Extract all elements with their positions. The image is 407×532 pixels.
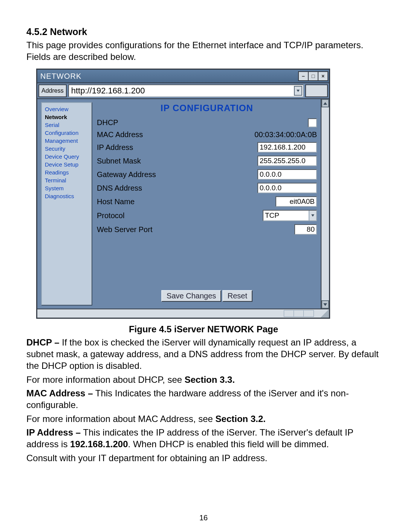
figure-caption: Figure 4.5 iServer NETWORK Page [26, 324, 381, 335]
label-mac: MAC Address [96, 129, 225, 141]
page-number: 16 [0, 514, 407, 522]
select-protocol-value: TCP [263, 211, 309, 220]
label-dhcp: DHCP [96, 116, 225, 129]
sidebar-item-serial[interactable]: Serial [45, 121, 89, 129]
reset-button[interactable]: Reset [222, 290, 252, 302]
para-dhcp-more: For more information about DHCP, see Sec… [26, 374, 381, 386]
para-mac-more: For more information about MAC Address, … [26, 413, 381, 425]
save-button[interactable]: Save Changes [161, 290, 221, 302]
para-mac: MAC Address – This Indicates the hardwar… [26, 388, 381, 411]
content-area: IP CONFIGURATION DHCP MAC Address 00:03:… [96, 102, 318, 306]
para-consult: Consult with your IT department for obta… [26, 453, 381, 464]
label-hostname: Host Name [96, 195, 225, 208]
window-close-button[interactable]: × [318, 71, 328, 81]
sidebar-item-configuration[interactable]: Configuration [45, 129, 89, 137]
close-icon: × [321, 73, 324, 79]
label-ip: IP Address [96, 141, 225, 154]
input-hostname[interactable] [275, 196, 317, 207]
window-title: NETWORK [40, 72, 299, 81]
sidebar: Overview Network Serial Configuration Ma… [41, 102, 92, 306]
label-dns: DNS Address [96, 181, 225, 195]
value-mac: 00:03:34:00:0A:0B [254, 130, 317, 139]
minimize-icon: – [302, 73, 305, 79]
sidebar-item-diagnostics[interactable]: Diagnostics [45, 192, 89, 200]
sidebar-item-device-setup[interactable]: Device Setup [45, 161, 89, 168]
label-protocol: Protocol [96, 208, 225, 223]
sidebar-item-readings[interactable]: Readings [45, 168, 89, 176]
address-label: Address [38, 84, 67, 97]
address-dropdown-button[interactable] [294, 86, 302, 96]
vertical-scrollbar[interactable] [321, 99, 329, 309]
chevron-down-icon [309, 211, 316, 220]
sidebar-item-system[interactable]: System [45, 184, 89, 192]
go-button[interactable] [305, 84, 328, 97]
section-intro: This page provides configurations for th… [26, 40, 381, 63]
resize-grip-icon[interactable] [321, 309, 329, 318]
input-ip-address[interactable] [257, 142, 317, 153]
sidebar-item-device-query[interactable]: Device Query [45, 153, 89, 161]
sidebar-item-terminal[interactable]: Terminal [45, 176, 89, 184]
window-minimize-button[interactable]: – [298, 71, 309, 81]
status-panel [294, 310, 304, 317]
status-panel [303, 310, 314, 317]
browser-window: NETWORK – □ × Address Overview Network S… [36, 69, 330, 319]
section-heading: 4.5.2 Network [26, 26, 381, 37]
input-dns[interactable] [257, 183, 317, 193]
content-title: IP CONFIGURATION [96, 103, 318, 113]
window-maximize-button[interactable]: □ [308, 71, 318, 81]
input-gateway[interactable] [257, 169, 317, 180]
label-port: Web Server Port [96, 223, 225, 236]
maximize-icon: □ [312, 73, 315, 79]
scroll-down-icon[interactable] [321, 300, 329, 309]
input-subnet-mask[interactable] [257, 156, 317, 166]
address-input[interactable] [70, 85, 294, 96]
window-titlebar: NETWORK – □ × [37, 70, 329, 83]
dhcp-checkbox[interactable] [308, 118, 317, 127]
sidebar-item-overview[interactable]: Overview [45, 105, 89, 113]
address-field[interactable] [68, 84, 304, 97]
sidebar-item-network[interactable]: Network [45, 113, 89, 121]
sidebar-item-security[interactable]: Security [45, 145, 89, 153]
label-subnet: Subnet Mask [96, 154, 225, 168]
input-web-port[interactable] [294, 224, 317, 235]
address-bar: Address [37, 83, 329, 99]
status-bar [37, 309, 329, 318]
para-ip: IP Address – This indicates the IP addre… [26, 427, 381, 450]
scroll-up-icon[interactable] [321, 99, 329, 107]
select-protocol[interactable]: TCP [263, 210, 317, 221]
label-gateway: Gateway Address [96, 168, 225, 181]
para-dhcp: DHCP – If the box is checked the iServer… [26, 337, 381, 371]
status-panel [284, 310, 294, 317]
sidebar-item-management[interactable]: Management [45, 137, 89, 145]
